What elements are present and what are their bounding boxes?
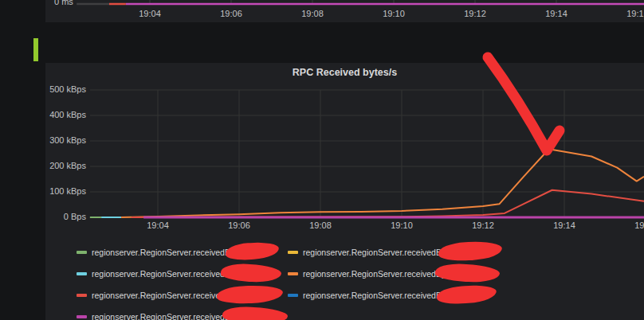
legend-item[interactable]: regionserver.RegionServer.receivedBytes [288, 267, 457, 280]
redaction-scribble [438, 240, 502, 262]
redaction-scribble [225, 241, 279, 262]
legend-item[interactable]: regionserver.RegionServer.receivedBytes [288, 246, 457, 259]
redaction-scribble [434, 263, 500, 283]
legend-series-dash [77, 272, 87, 275]
x-tick-label: 19:10 [374, 9, 414, 18]
x-tick-label: 19:14 [544, 220, 584, 230]
redaction-scribble [217, 285, 284, 305]
legend-item[interactable]: regionserver.RegionServer.receivedBytes [77, 246, 245, 259]
legend-series-dash [77, 294, 87, 297]
y-tick-label: 200 kBps [49, 161, 86, 170]
legend-label: regionserver.RegionServer.receivedBytes [303, 291, 457, 300]
legend-series-dash [288, 251, 298, 254]
x-tick-label: 19:14 [536, 9, 576, 18]
redaction-scribble [222, 306, 289, 320]
y-tick-label: 400 kBps [49, 110, 86, 119]
y-tick-label: 300 kBps [49, 135, 86, 145]
x-tick-label: 19:04 [138, 220, 178, 230]
redaction-scribble [220, 263, 281, 283]
latency-panel-overlay: 0 ms 19:0419:0619:0819:1019:1219:1419:16 [45, 0, 644, 22]
panel-title[interactable]: RPC Received bytes/s [45, 67, 644, 78]
legend-label: regionserver.RegionServer.receivedBytes [303, 269, 457, 279]
legend-item[interactable]: regionserver.RegionServer.receivedBytes [288, 289, 457, 302]
legend-item[interactable]: regionserver.RegionServer.receivedBytes [77, 310, 245, 320]
legend-series-dash [77, 315, 87, 318]
x-tick-label: 19:16 [618, 9, 644, 18]
legend-series-dash [77, 251, 87, 254]
x-tick-label: 19:08 [293, 9, 332, 18]
legend-series-dash [288, 294, 298, 297]
x-tick-label: 19:12 [463, 220, 503, 230]
redaction-scribble [436, 283, 497, 305]
legend-series-dash [288, 272, 298, 275]
grafana-dashboard: 0 ms 19:0419:0619:0819:1019:1219:1419:16… [0, 0, 644, 320]
x-tick-label: 19:08 [300, 220, 340, 230]
y-tick-label: 500 kBps [49, 84, 86, 94]
y-axis-label-0ms: 0 ms [54, 0, 73, 6]
legend-label: regionserver.RegionServer.receivedBytes [92, 248, 245, 257]
legend-label: regionserver.RegionServer.receivedBytes [303, 248, 457, 257]
rpc-panel-overlay: RPC Received bytes/s 500 kBps400 kBps300… [45, 63, 644, 320]
x-tick-label: 19:04 [130, 9, 170, 18]
x-tick-label: 19:16 [626, 220, 644, 230]
x-tick-label: 19:12 [455, 9, 495, 18]
y-tick-label: 100 kBps [49, 186, 86, 196]
x-tick-label: 19:06 [219, 220, 259, 230]
y-tick-label: 0 Bps [64, 212, 86, 221]
x-tick-label: 19:10 [382, 220, 422, 230]
x-tick-label: 19:06 [211, 9, 251, 18]
